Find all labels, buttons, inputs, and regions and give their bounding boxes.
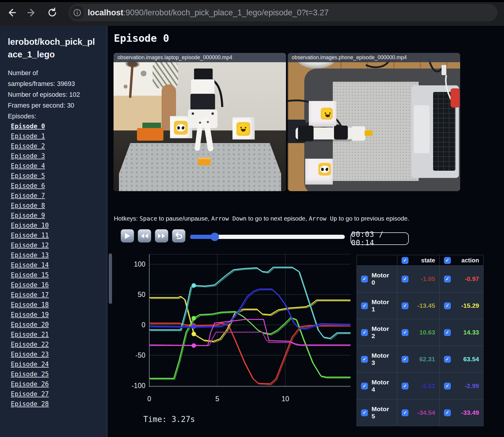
action-value: -33.49 [454, 409, 479, 416]
app-window: localhost:9090/lerobot/koch_pick_place_1… [0, 0, 504, 437]
episode-link[interactable]: Episode 21 [11, 330, 101, 340]
video-laptop[interactable]: observation.images.laptop_episode_000000… [114, 53, 286, 191]
seek-slider-thumb[interactable] [211, 233, 219, 241]
usb-plug [442, 65, 446, 75]
motor-chart[interactable]: 100500-50-1000510Time: 3.27s [114, 252, 354, 432]
address-bar[interactable]: localhost:9090/lerobot/koch_pick_place_1… [68, 4, 497, 21]
checkbox[interactable]: ✓ [444, 356, 451, 363]
episode-link[interactable]: Episode 22 [11, 340, 101, 350]
episode-link[interactable]: Episode 26 [11, 379, 101, 389]
motor-label: Motor 2 [372, 325, 393, 340]
episode-link[interactable]: Episode 2 [11, 141, 101, 151]
checkbox[interactable]: ✓ [402, 257, 408, 264]
state-value: -3.52 [412, 382, 435, 390]
checkbox[interactable]: ✓ [402, 383, 408, 390]
episode-link[interactable]: Episode 25 [11, 369, 101, 379]
hotkey-space: Space [139, 215, 157, 222]
browser-toolbar: localhost:9090/lerobot/koch_pick_place_1… [0, 0, 504, 26]
episode-link[interactable]: Episode 15 [11, 270, 101, 280]
dataset-info-line: Episodes: [8, 111, 104, 122]
loop-button[interactable] [172, 229, 185, 243]
checkbox[interactable]: ✓ [361, 276, 368, 283]
phone-video-preview [288, 53, 460, 191]
checkbox[interactable]: ✓ [361, 383, 368, 390]
episode-link[interactable]: Episode 1 [11, 131, 101, 141]
table-row: ✓Motor 1 ✓-13.45 ✓-15.29 [357, 292, 484, 319]
orange-lego-brick [198, 157, 211, 165]
reload-icon[interactable] [45, 5, 59, 20]
episode-link[interactable]: Episode 13 [11, 250, 101, 260]
episode-link[interactable]: Episode 0 [11, 121, 101, 131]
dataset-info-line: Frames per second: 30 [8, 100, 104, 111]
checkbox[interactable]: ✓ [361, 329, 368, 336]
checkbox[interactable]: ✓ [444, 302, 451, 309]
checkbox[interactable]: ✓ [444, 276, 451, 283]
checkbox[interactable]: ✓ [402, 409, 408, 416]
checkbox[interactable]: ✓ [444, 257, 451, 264]
play-button[interactable] [121, 229, 134, 243]
episode-link[interactable]: Episode 6 [11, 181, 101, 191]
episode-link[interactable]: Episode 5 [11, 171, 101, 181]
checkbox[interactable]: ✓ [361, 302, 368, 309]
url-text: localhost:9090/lerobot/koch_pick_place_1… [88, 8, 329, 17]
state-value: 62.31 [412, 356, 435, 363]
episode-link[interactable]: Episode 10 [11, 221, 101, 231]
video-title: observation.images.phone_episode_000000.… [288, 53, 460, 62]
checkbox[interactable]: ✓ [361, 356, 368, 363]
motor-label: Motor 3 [372, 352, 393, 366]
checkbox[interactable]: ✓ [444, 409, 451, 416]
episode-link[interactable]: Episode 7 [11, 191, 101, 201]
episode-link[interactable]: Episode 12 [11, 240, 101, 250]
dataset-info: Number ofsamples/frames: 39693Number of … [8, 68, 104, 122]
url-host: localhost [88, 8, 123, 17]
checkbox[interactable]: ✓ [402, 356, 408, 363]
svg-text:50: 50 [138, 291, 145, 298]
fast-forward-button[interactable] [155, 229, 168, 243]
video-phone[interactable]: observation.images.phone_episode_000000.… [288, 53, 460, 191]
motor-table-header: ✓state✓action [357, 255, 484, 266]
motor-table: ✓state✓action ✓Motor 0 ✓-1.05 ✓-0.97 ✓Mo… [357, 255, 484, 426]
episode-link[interactable]: Episode 9 [11, 211, 101, 221]
episode-link[interactable]: Episode 23 [11, 350, 101, 359]
column-state: state [412, 257, 435, 264]
state-value: -34.54 [412, 409, 435, 416]
episode-link[interactable]: Episode 17 [11, 290, 101, 300]
table-row: ✓Motor 0 ✓-1.05 ✓-0.97 [357, 266, 484, 292]
episode-link[interactable]: Episode 20 [11, 320, 101, 330]
main-content: Episode 0 [108, 26, 504, 437]
back-icon[interactable] [4, 5, 19, 20]
episode-link[interactable]: Episode 8 [11, 201, 101, 211]
state-value: 10.63 [412, 329, 435, 336]
checkbox[interactable]: ✓ [361, 409, 368, 416]
url-path: :9090/lerobot/koch_pick_place_1_lego/epi… [123, 8, 329, 17]
video-title: observation.images.laptop_episode_000000… [114, 53, 286, 62]
episode-link[interactable]: Episode 18 [11, 300, 101, 310]
episode-link[interactable]: Episode 16 [11, 280, 101, 290]
motor-label: Motor 5 [372, 405, 393, 420]
episode-link[interactable]: Episode 27 [11, 389, 101, 399]
svg-text:5: 5 [215, 395, 219, 403]
sticker-box-top [309, 101, 336, 127]
checkbox[interactable]: ✓ [402, 329, 408, 336]
motor-label: Motor 1 [372, 298, 393, 313]
episode-link[interactable]: Episode 14 [11, 260, 101, 270]
checkbox[interactable]: ✓ [402, 302, 408, 309]
seek-slider[interactable] [190, 235, 345, 239]
hug-sticker-top [322, 109, 331, 118]
dataset-info-line: Number of episodes: 102 [8, 90, 104, 100]
checkbox[interactable]: ✓ [444, 329, 451, 336]
motor-label: Motor 0 [372, 272, 393, 286]
episode-link[interactable]: Episode 11 [11, 231, 101, 240]
episode-link[interactable]: Episode 28 [11, 399, 101, 409]
episode-link[interactable]: Episode 19 [11, 310, 101, 320]
site-info-icon[interactable] [70, 6, 84, 20]
episode-link[interactable]: Episode 3 [11, 151, 101, 161]
forward-icon[interactable] [25, 5, 39, 20]
checkbox[interactable]: ✓ [444, 383, 451, 390]
rewind-button[interactable] [138, 229, 151, 243]
episode-link[interactable]: Episode 4 [11, 161, 101, 171]
checkbox[interactable]: ✓ [402, 276, 408, 283]
page-title: Episode 0 [114, 32, 169, 44]
episode-link[interactable]: Episode 24 [11, 359, 101, 369]
red-object [451, 88, 460, 108]
